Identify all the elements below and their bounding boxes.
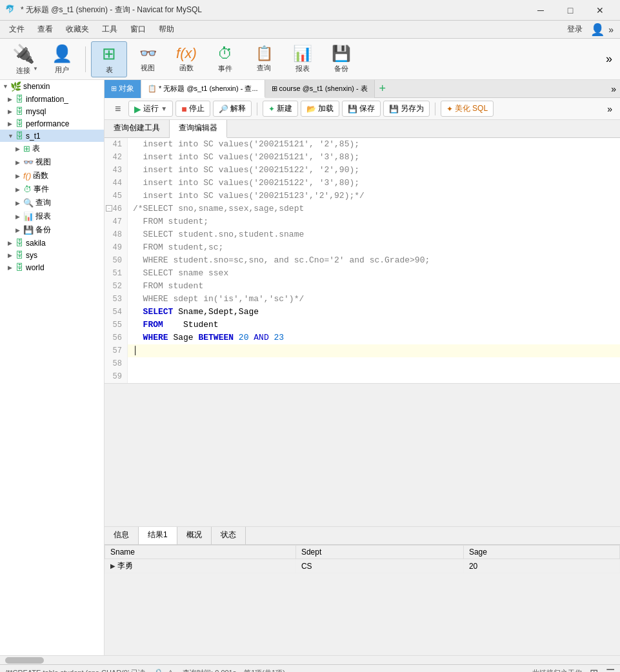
user-button[interactable]: 👤 用户 (44, 41, 80, 77)
view-button[interactable]: 👓 视图 (130, 41, 166, 77)
menu-toggle-button[interactable]: ≡ (110, 101, 126, 117)
sidebar-item-performance[interactable]: ▶ 🗄 performance (0, 117, 104, 130)
menu-help[interactable]: 帮助 (152, 21, 181, 37)
result-tab-status[interactable]: 状态 (212, 527, 246, 544)
query-type-icon: 🔍 (23, 198, 34, 208)
table-row[interactable]: ▶ 李勇 CS 20 (105, 559, 620, 573)
result-tab-result1[interactable]: 结果1 (139, 527, 177, 544)
line-content-51: SELECT sname ssex (128, 267, 228, 280)
sidebar-item-event[interactable]: ▶ ⏱ 事件 (0, 183, 104, 196)
new-button[interactable]: ✦ 新建 (263, 101, 298, 117)
toolbar-expand-icon[interactable]: » (603, 50, 615, 68)
report-button[interactable]: 📊 报表 (285, 41, 321, 77)
toolbar-right-expand[interactable]: » (605, 104, 615, 114)
horizontal-scrollbar-thumb[interactable] (5, 657, 44, 664)
menu-tools[interactable]: 工具 (95, 21, 124, 37)
code-line-54: 54 SELECT Sname,Sdept,Sage (105, 306, 620, 319)
code-editor[interactable]: 41 insert into SC values('200215121', '2… (105, 138, 620, 384)
sys-expand-icon: ▶ (8, 252, 14, 259)
line-content-57[interactable]: │ (128, 344, 386, 357)
sidebar-label-view: 视图 (35, 157, 51, 168)
sidebar-item-world[interactable]: ▶ 🗄 world (0, 261, 104, 273)
save-icon: 💾 (348, 104, 357, 114)
sidebar-item-report[interactable]: ▶ 📊 报表 (0, 210, 104, 223)
menu-file[interactable]: 文件 (3, 21, 31, 37)
user-avatar[interactable]: 👤 (590, 23, 605, 37)
sidebar-item-view[interactable]: ▶ 👓 视图 (0, 155, 104, 169)
sidebar-item-s-t1[interactable]: ▼ 🗄 s_t1 (0, 130, 104, 142)
backup-button[interactable]: 💾 备份 (323, 41, 359, 77)
result-panel: 信息 结果1 概况 状态 Sname Sdept Sage (105, 526, 620, 655)
function-button[interactable]: f(x) 函数 (168, 41, 205, 77)
run-button[interactable]: ▶ 运行 ▼ (128, 101, 173, 117)
close-button[interactable]: ✕ (585, 0, 615, 21)
run-dropdown-icon[interactable]: ▼ (161, 105, 167, 112)
login-button[interactable]: 登录 (567, 24, 583, 35)
status-icon-2: ⚠ (166, 668, 175, 673)
sidebar: ▼ 🌿 shenxin ▶ 🗄 information_ ▶ 🗄 mysql ▶… (0, 80, 105, 655)
line-content-44: insert into SC values('200215122', '3',8… (128, 177, 359, 190)
line-content-45: insert into SC values('200215123','2',92… (128, 190, 365, 203)
bottom-scroll-bar[interactable] (0, 655, 620, 664)
line-num-56: 56 (105, 331, 128, 344)
event-button[interactable]: ⏱ 事件 (207, 41, 243, 77)
collapse-button-46[interactable]: - (106, 205, 112, 212)
world-db-icon: 🗄 (15, 262, 24, 272)
new-tab-button[interactable]: + (375, 81, 390, 97)
sidebar-item-query[interactable]: ▶ 🔍 查询 (0, 196, 104, 210)
tab-query-2[interactable]: ⊞ course @s_t1 (shenxin) - 表 (265, 80, 375, 98)
save-label: 保存 (359, 103, 375, 114)
menu-view[interactable]: 查看 (31, 21, 59, 37)
sidebar-item-backup[interactable]: ▶ 💾 备份 (0, 223, 104, 237)
report-type-icon: 📊 (23, 212, 34, 221)
menu-favorites[interactable]: 收藏夹 (59, 21, 95, 37)
tab-query-1[interactable]: 📋 * 无标题 @s_t1 (shenxin) - 查... (141, 80, 265, 98)
line-content-49: FROM student,sc; (128, 241, 223, 254)
code-line-46: 46 - /*SELECT sno,sname,ssex,sage,sdept (105, 203, 620, 215)
backup-type-icon: 💾 (23, 225, 34, 235)
run-label: 运行 (143, 103, 159, 114)
tab-object[interactable]: ⊞ 对象 (105, 80, 141, 98)
sidebar-label-event: 事件 (34, 184, 49, 195)
load-button[interactable]: 📂 加载 (301, 101, 339, 117)
query-button[interactable]: 📋 查询 (246, 41, 282, 77)
s-t1-db-icon: 🗄 (15, 131, 24, 141)
event-label: 事件 (218, 64, 232, 74)
expand-button[interactable]: » (608, 25, 614, 35)
sidebar-item-sakila[interactable]: ▶ 🗄 sakila (0, 237, 104, 249)
subtab-query-builder[interactable]: 查询创建工具 (105, 120, 170, 137)
minimize-button[interactable]: ─ (526, 0, 555, 21)
save-button[interactable]: 💾 保存 (342, 101, 381, 117)
tab-query1-label: * 无标题 @s_t1 (shenxin) - 查... (159, 84, 258, 94)
menu-window[interactable]: 窗口 (124, 21, 152, 37)
line-content-47: FROM student; (128, 215, 208, 228)
stop-button[interactable]: ■ 停止 (175, 101, 210, 117)
editor-scroll[interactable]: 41 insert into SC values('200215121', '2… (105, 138, 620, 526)
result-tab-info[interactable]: 信息 (105, 527, 139, 544)
line-num-50: 50 (105, 254, 128, 267)
subtab-query-editor[interactable]: 查询编辑器 (170, 120, 227, 138)
save-as-button[interactable]: 💾 另存为 (383, 101, 430, 117)
status-list-icon[interactable]: ☰ (606, 667, 615, 672)
sidebar-item-mysql[interactable]: ▶ 🗄 mysql (0, 105, 104, 117)
status-grid-icon[interactable]: ⊞ (590, 667, 598, 672)
result-tab-overview[interactable]: 概况 (177, 527, 212, 544)
run-icon: ▶ (134, 104, 141, 114)
sidebar-item-table[interactable]: ▶ ⊞ 表 (0, 142, 104, 155)
line-num-51: 51 (105, 267, 128, 280)
sidebar-item-func[interactable]: ▶ f() 函数 (0, 169, 104, 183)
sidebar-item-sys[interactable]: ▶ 🗄 sys (0, 249, 104, 261)
table-button[interactable]: ⊞ 表 (91, 41, 127, 77)
beautify-button[interactable]: ✦ 美化 SQL (441, 101, 494, 117)
sidebar-item-information[interactable]: ▶ 🗄 information_ (0, 93, 104, 105)
sidebar-label-func: 函数 (33, 170, 48, 181)
sidebar-root-shenxin[interactable]: ▼ 🌿 shenxin (0, 80, 104, 93)
line-content-59 (128, 370, 138, 383)
explain-button[interactable]: 🔎 解释 (213, 101, 252, 117)
maximize-button[interactable]: □ (555, 0, 585, 21)
sidebar-label-performance: performance (26, 119, 69, 128)
tab-expand-icon[interactable]: » (611, 84, 620, 94)
line-content-42: insert into SC values('200215121', '3',8… (128, 151, 359, 164)
connect-button[interactable]: 🔌 连接 ▼ (5, 41, 41, 77)
connect-label: 连接 (16, 66, 30, 75)
